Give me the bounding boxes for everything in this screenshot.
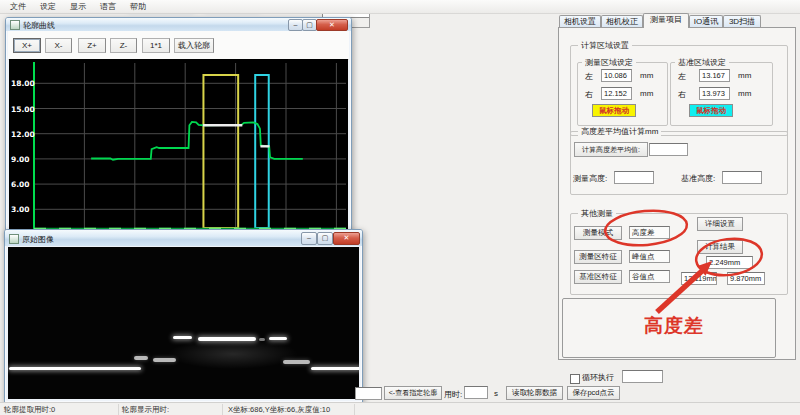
profile-index-input[interactable] bbox=[355, 387, 382, 400]
status-bar: 轮廓提取用时:0 轮廓显示用时: X坐标:686,Y坐标:66,灰度值:10 bbox=[0, 402, 800, 415]
profile-chart: 18.0015.0012.009.006.003.00 bbox=[9, 59, 348, 234]
menu-item-语言[interactable]: 语言 bbox=[93, 1, 123, 12]
group-height-avg-label: 高度差平均值计算mm bbox=[578, 127, 661, 136]
laser-glow bbox=[168, 339, 298, 369]
image-window-titlebar[interactable]: 原始图像 – ▢ ✕ bbox=[5, 230, 362, 246]
group-measure-region-label: 测量区域设定 bbox=[582, 58, 636, 67]
measure-left-label: 左 bbox=[585, 71, 593, 82]
profile-toolbar: X+X-Z+Z-1*1载入轮廓 bbox=[8, 31, 349, 60]
menu-item-文件[interactable]: 文件 bbox=[3, 1, 33, 12]
background-window-edge bbox=[350, 27, 370, 28]
camera-image bbox=[8, 247, 359, 399]
measure-right-label: 右 bbox=[585, 89, 593, 100]
calc-height-avg-button[interactable]: 计算高度差平均值: bbox=[574, 142, 648, 157]
loop-execute-label: 循环执行 bbox=[582, 372, 614, 383]
svg-text:9.00: 9.00 bbox=[11, 155, 30, 164]
menu-item-帮助[interactable]: 帮助 bbox=[123, 1, 153, 12]
measure-height-result: 12.119mm bbox=[681, 272, 717, 285]
group-other-measure-label: 其他测量 bbox=[578, 209, 616, 218]
svg-text:3.00: 3.00 bbox=[11, 205, 30, 214]
measure-drag-button[interactable]: 鼠标拖动 bbox=[592, 104, 636, 117]
status-cursor-info: X坐标:686,Y坐标:66,灰度值:10 bbox=[228, 405, 330, 415]
calc-result-value: 2.249mm bbox=[706, 256, 753, 269]
measure-left-unit: mm bbox=[640, 71, 653, 80]
window-title: 轮廓曲线 bbox=[23, 20, 55, 31]
tab-相机校正[interactable]: 相机校正 bbox=[601, 15, 643, 27]
measure-feature-combo[interactable]: 峰值点 bbox=[629, 250, 670, 263]
menu-bar: 文件设定显示语言帮助 bbox=[0, 0, 800, 14]
elapsed-time-label: 用时: bbox=[444, 389, 462, 400]
maximize-button[interactable]: ▢ bbox=[302, 19, 317, 31]
measure-height-value bbox=[614, 171, 654, 184]
base-right-label: 右 bbox=[678, 89, 686, 100]
profile-toolbar-button-1[interactable]: X+ bbox=[13, 38, 41, 53]
measure-right-input[interactable]: 12.152 bbox=[601, 87, 632, 100]
close-button[interactable]: ✕ bbox=[333, 232, 360, 245]
loop-interval-input[interactable] bbox=[622, 370, 663, 383]
menu-item-显示[interactable]: 显示 bbox=[63, 1, 93, 12]
save-pcd-button[interactable]: 保存pcd点云 bbox=[567, 386, 620, 400]
laser-step-left bbox=[134, 356, 148, 360]
measure-right-unit: mm bbox=[640, 89, 653, 98]
group-height-avg bbox=[570, 131, 788, 195]
measure-height-label: 测量高度: bbox=[573, 173, 607, 184]
detail-settings-button[interactable]: 详细设置 bbox=[697, 217, 743, 231]
base-height-label: 基准高度: bbox=[681, 173, 715, 184]
profile-toolbar-button-4[interactable]: Z- bbox=[110, 38, 137, 53]
tab-3D扫描[interactable]: 3D扫描 bbox=[723, 15, 761, 27]
svg-text:6.00: 6.00 bbox=[11, 180, 30, 189]
window-icon bbox=[9, 234, 19, 244]
maximize-button[interactable]: ▢ bbox=[317, 232, 333, 245]
calc-result-button[interactable]: 计算结果 bbox=[697, 240, 743, 254]
measure-feature-button[interactable]: 测量区特征 bbox=[574, 250, 622, 264]
status-extract-time: 轮廓提取用时:0 bbox=[4, 405, 55, 415]
height-avg-value[interactable] bbox=[649, 143, 688, 156]
loop-execute-checkbox[interactable] bbox=[570, 374, 580, 384]
base-drag-button[interactable]: 鼠标拖动 bbox=[689, 104, 733, 117]
tab-相机设置[interactable]: 相机设置 bbox=[559, 15, 601, 27]
status-display-time: 轮廓显示用时: bbox=[122, 405, 169, 415]
profile-toolbar-button-6[interactable]: 载入轮廓 bbox=[174, 38, 214, 53]
base-right-unit: mm bbox=[738, 89, 751, 98]
svg-text:18.00: 18.00 bbox=[11, 79, 35, 88]
window-title: 原始图像 bbox=[22, 234, 54, 245]
group-calc-region-label: 计算区域设置 bbox=[578, 41, 632, 50]
close-button[interactable]: ✕ bbox=[316, 19, 348, 31]
base-left-unit: mm bbox=[738, 71, 751, 80]
laser-line-right bbox=[311, 367, 359, 370]
original-image-window: 原始图像 – ▢ ✕ bbox=[4, 229, 363, 403]
measure-mode-button[interactable]: 测量模式 bbox=[574, 226, 622, 240]
minimize-button[interactable]: – bbox=[288, 19, 303, 31]
results-box bbox=[562, 298, 776, 358]
group-base-region-label: 基准区域设定 bbox=[675, 58, 729, 67]
profile-toolbar-button-5[interactable]: 1*1 bbox=[142, 38, 170, 53]
profile-toolbar-button-2[interactable]: X- bbox=[45, 38, 72, 53]
profile-curve-window: 轮廓曲线 – ▢ ✕ X+X-Z+Z-1*1载入轮廓 18.0015.0012.… bbox=[5, 17, 352, 239]
measure-left-input[interactable]: 10.086 bbox=[601, 69, 632, 82]
base-feature-combo[interactable]: 谷值点 bbox=[629, 270, 670, 283]
base-height-result: 9.870mm bbox=[727, 272, 765, 285]
base-right-input[interactable]: 13.973 bbox=[699, 87, 730, 100]
profile-toolbar-button-3[interactable]: Z+ bbox=[78, 38, 106, 53]
profile-window-titlebar[interactable]: 轮廓曲线 – ▢ ✕ bbox=[6, 18, 351, 31]
read-profile-data-button[interactable]: 读取轮廓数据 bbox=[506, 386, 563, 400]
base-left-input[interactable]: 13.167 bbox=[699, 69, 730, 82]
elapsed-time-unit: s bbox=[494, 389, 498, 398]
tab-IO通讯[interactable]: IO通讯 bbox=[689, 15, 723, 27]
view-profile-button[interactable]: <-查看指定轮廓 bbox=[384, 386, 442, 400]
base-height-value bbox=[722, 171, 762, 184]
measure-mode-combo[interactable]: 高度差 bbox=[629, 226, 670, 239]
window-icon bbox=[10, 20, 20, 30]
tab-测量项目[interactable]: 测量项目 bbox=[643, 13, 689, 28]
minimize-button[interactable]: – bbox=[301, 232, 317, 245]
svg-text:15.00: 15.00 bbox=[11, 105, 35, 114]
laser-line-left bbox=[9, 367, 141, 370]
svg-text:12.00: 12.00 bbox=[11, 130, 35, 139]
menu-item-设定[interactable]: 设定 bbox=[33, 1, 63, 12]
application-window: 文件设定显示语言帮助 轮廓曲线 – ▢ ✕ X+X-Z+Z-1*1载入轮廓 18… bbox=[0, 0, 800, 415]
base-left-label: 左 bbox=[678, 71, 686, 82]
base-feature-button[interactable]: 基准区特征 bbox=[574, 270, 622, 284]
elapsed-time-input[interactable] bbox=[464, 386, 488, 399]
